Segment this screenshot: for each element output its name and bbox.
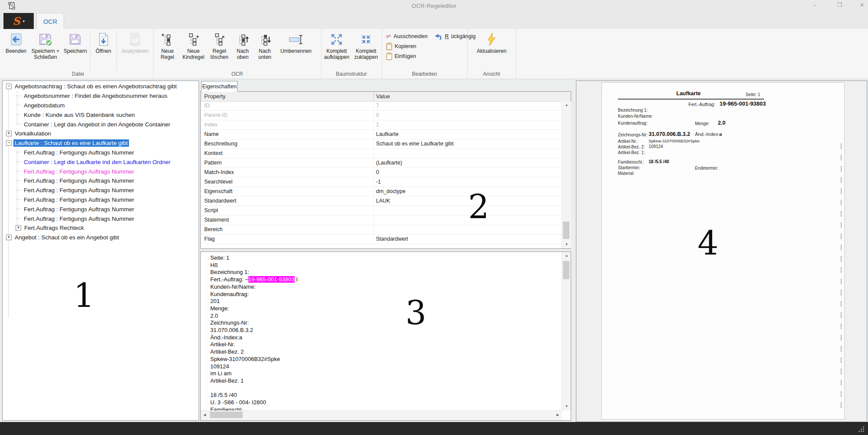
maximize-button[interactable]: ❐ bbox=[833, 2, 846, 10]
property-name-cell[interactable]: Bereich bbox=[204, 226, 222, 232]
analysieren-button[interactable]: Analysieren bbox=[118, 30, 152, 70]
property-value-cell[interactable]: (Laufkarte) bbox=[376, 160, 402, 166]
tree-item[interactable]: Fert.Auftrag : Fertigungs Auftrags Numme… bbox=[3, 195, 199, 205]
property-value-cell[interactable]: Standardwert bbox=[376, 236, 408, 242]
tree-item[interactable]: Kunde : Kunde aus VIS Datenbank suchen bbox=[3, 110, 199, 119]
tree-item[interactable]: Fert.Auftrag : Fertigungs Auftrags Numme… bbox=[3, 204, 199, 214]
neue-regel-button[interactable]: + Neue Regel bbox=[155, 30, 180, 70]
property-row[interactable]: Bereich bbox=[201, 225, 562, 235]
property-name-cell[interactable]: Searchlevel bbox=[204, 179, 232, 185]
property-value-cell[interactable]: 0 bbox=[376, 112, 379, 118]
property-value-cell[interactable]: Laufkarte bbox=[376, 131, 399, 137]
collapse-expander-icon[interactable]: − bbox=[6, 140, 12, 146]
property-row[interactable]: ID7 bbox=[201, 101, 562, 111]
speichern-schliessen-button[interactable]: Speichern + Schließen bbox=[29, 30, 61, 70]
properties-vscrollbar[interactable]: ▲ ▼ bbox=[562, 101, 571, 248]
tree-item-label[interactable]: Container : Legt das Angebot in den Ange… bbox=[23, 121, 172, 128]
property-row[interactable]: FlagStandardwert bbox=[201, 235, 562, 244]
property-name-cell[interactable]: Kontext bbox=[204, 150, 222, 156]
tree-item[interactable]: Fert.Auftrag : Fertigungs Auftrags Numme… bbox=[3, 148, 199, 158]
tree-item-label[interactable]: Fert.Auftrag : Fertigungs Auftrags Numme… bbox=[23, 149, 135, 156]
scroll-down-icon[interactable]: ▼ bbox=[562, 403, 571, 410]
property-row[interactable]: Script bbox=[201, 206, 562, 216]
speichern-button[interactable]: Speichern bbox=[61, 30, 89, 70]
regel-loeschen-button[interactable]: × Regel löschen bbox=[207, 30, 232, 70]
property-value-cell[interactable]: 7 bbox=[376, 103, 379, 109]
tree-item[interactable]: −Angebotsnachtrag : Schaut ob es einen A… bbox=[3, 82, 199, 91]
einfuegen-button[interactable]: Einfügen bbox=[386, 52, 416, 60]
tree-item-label[interactable]: Fert.Auftrag : Fertigungs Auftrags Numme… bbox=[23, 215, 135, 222]
umbenennen-button[interactable]: Umbenennen bbox=[276, 30, 316, 70]
tree-item-label[interactable]: Fert.Auftrag : Fertigungs Auftrags Numme… bbox=[23, 187, 135, 194]
tab-eigenschaften[interactable]: Eigenschaften bbox=[201, 81, 238, 92]
nach-unten-button[interactable]: Nach unten bbox=[254, 30, 276, 70]
tree-item-label[interactable]: Container : Legt die Laufkarte ind den L… bbox=[23, 158, 172, 166]
property-row[interactable]: Index1 bbox=[201, 120, 562, 130]
tree-item[interactable]: +Fert.Auftrags Rechteck bbox=[3, 223, 199, 233]
tree-item[interactable]: −Laufkarte : Schaut ob es eine Laufkarte… bbox=[3, 139, 199, 148]
property-name-cell[interactable]: Beschreibung bbox=[204, 141, 237, 147]
property-value-cell[interactable]: Schaut ob es eine Laufkarte gibt bbox=[376, 141, 453, 147]
scroll-up-icon[interactable]: ▲ bbox=[562, 252, 571, 260]
tree-item-label[interactable]: Fert.Auftrag : Fertigungs Auftrags Numme… bbox=[23, 206, 135, 213]
app-menu-button[interactable]: S ▾ bbox=[3, 13, 34, 29]
tree-item[interactable]: Fert.Auftrag : Fertigungs Auftrags Numme… bbox=[3, 214, 199, 223]
property-value-cell[interactable]: LAUK bbox=[376, 198, 390, 204]
tree-item-label[interactable]: Fert.Auftrags Rechteck bbox=[23, 224, 85, 232]
scrollbar-thumb[interactable] bbox=[563, 261, 569, 279]
expand-expander-icon[interactable]: + bbox=[16, 225, 21, 231]
resize-grip[interactable] bbox=[858, 426, 865, 432]
property-row[interactable]: Pattern(Laufkarte) bbox=[201, 158, 562, 168]
kopieren-button[interactable]: Kopieren bbox=[386, 42, 416, 50]
ocr-text-panel[interactable]: Seite: 1HßBezeichnung 1:Fert.-Auftrag: ~… bbox=[200, 251, 571, 421]
oeffnen-button[interactable]: Öffnen bbox=[91, 30, 116, 70]
property-name-cell[interactable]: Standardwert bbox=[204, 198, 236, 204]
property-name-cell[interactable]: Script bbox=[204, 207, 218, 213]
tree-item[interactable]: Fert.Auftrag : Fertigungs Auftrags Numme… bbox=[3, 167, 199, 176]
tree-item-label[interactable]: Vorkalkulation bbox=[13, 130, 52, 137]
tree-item-label[interactable]: Laufkarte : Schaut ob es eine Laufkarte … bbox=[13, 139, 129, 147]
tree-item[interactable]: Fert.Auftrag : Fertigungs Auftrags Numme… bbox=[3, 176, 199, 186]
tree-item[interactable]: Container : Legt die Laufkarte ind den L… bbox=[3, 157, 199, 167]
beenden-button[interactable]: Beenden bbox=[3, 30, 29, 70]
rule-tree-panel[interactable]: −Angebotsnachtrag : Schaut ob es einen A… bbox=[2, 81, 199, 421]
scroll-down-icon[interactable]: ▼ bbox=[562, 241, 571, 248]
scroll-right-icon[interactable]: ▶ bbox=[554, 411, 562, 421]
property-row[interactable]: Eigenschaftdm_doctype bbox=[201, 187, 562, 197]
tree-item-label[interactable]: Fert.Auftrag : Fertigungs Auftrags Numme… bbox=[23, 177, 135, 184]
property-name-cell[interactable]: Index bbox=[204, 122, 218, 128]
property-value-cell[interactable]: 0 bbox=[376, 169, 379, 175]
column-divider[interactable] bbox=[373, 92, 374, 101]
tree-item-label[interactable]: Angebotsnachtrag : Schaut ob es einen An… bbox=[13, 83, 178, 90]
nach-oben-button[interactable]: Nach oben bbox=[232, 30, 254, 70]
tree-item-label[interactable]: Angebotsnummer : Findet die Angebotsnumm… bbox=[23, 92, 169, 100]
tree-item[interactable]: +Angebot : Schaut ob es ein Angebot gibt bbox=[3, 233, 199, 242]
expand-expander-icon[interactable]: + bbox=[6, 131, 12, 136]
property-row[interactable]: BeschreibungSchaut ob es eine Laufkarte … bbox=[201, 139, 562, 149]
collapse-expander-icon[interactable]: − bbox=[6, 84, 12, 89]
aktualisieren-button[interactable]: Aktualisieren bbox=[472, 30, 511, 70]
tree-item[interactable]: Angebotsdatum bbox=[3, 101, 199, 110]
column-header-value[interactable]: Value bbox=[376, 93, 390, 100]
tree-item-label[interactable]: Fert.Auftrag : Fertigungs Auftrags Numme… bbox=[23, 168, 135, 175]
scrollbar-thumb[interactable] bbox=[210, 412, 243, 418]
tree-item-label[interactable]: Kunde : Kunde aus VIS Datenbank suchen bbox=[23, 111, 136, 119]
property-row[interactable]: NameLaufkarte bbox=[201, 130, 562, 139]
scrollbar-thumb[interactable] bbox=[563, 222, 569, 239]
ausschneiden-button[interactable]: ✂ Ausschneiden bbox=[386, 32, 428, 40]
expand-expander-icon[interactable]: + bbox=[6, 235, 12, 240]
tree-item-label[interactable]: Fert.Auftrag : Fertigungs Auftrags Numme… bbox=[23, 196, 135, 203]
tree-item[interactable]: Angebotsnummer : Findet die Angebotsnumm… bbox=[3, 91, 199, 101]
tree-item-label[interactable]: Angebotsdatum bbox=[23, 102, 66, 109]
property-value-cell[interactable]: 1 bbox=[376, 122, 379, 128]
scroll-left-icon[interactable]: ◀ bbox=[201, 411, 209, 421]
property-name-cell[interactable]: Parent-ID bbox=[204, 112, 228, 118]
property-name-cell[interactable]: Statement bbox=[204, 217, 229, 223]
property-name-cell[interactable]: Name bbox=[204, 131, 219, 137]
property-name-cell[interactable]: Flag bbox=[204, 236, 215, 242]
komplett-zuklappen-button[interactable]: Komplett zuklappen bbox=[351, 30, 381, 70]
property-row[interactable]: Match-Index0 bbox=[201, 168, 562, 177]
minimize-button[interactable]: – bbox=[808, 2, 821, 10]
tree-item-label[interactable]: Angebot : Schaut ob es ein Angebot gibt bbox=[13, 234, 120, 241]
property-name-cell[interactable]: Match-Index bbox=[204, 169, 234, 175]
